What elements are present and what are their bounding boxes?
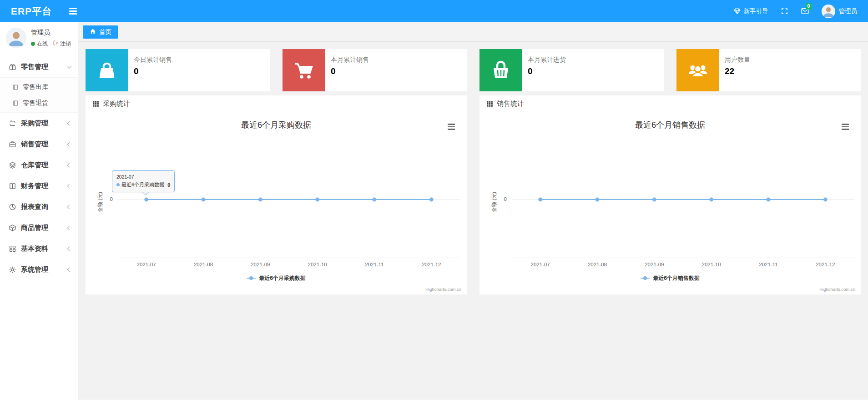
- sidebar-item-label: 零售管理: [21, 63, 68, 71]
- briefcase-icon: [9, 140, 16, 148]
- online-status-dot: [31, 42, 35, 46]
- sidebar-item-sales[interactable]: 销售管理: [0, 134, 78, 155]
- sidebar-item-report[interactable]: 报表查询: [0, 196, 78, 217]
- x-axis-label: 2021-08: [178, 262, 228, 267]
- sidebar-item-label: 报表查询: [21, 203, 68, 211]
- gem-icon: [733, 7, 741, 15]
- legend[interactable]: 最近6个月采购数据: [86, 274, 467, 282]
- x-axis-label: 2021-12: [800, 262, 850, 267]
- data-point[interactable]: [595, 198, 600, 202]
- x-axis-label: 2021-07: [121, 262, 172, 267]
- sidebar-item-system[interactable]: 系统管理: [0, 259, 78, 280]
- message-count-badge: 0: [806, 3, 812, 10]
- sidebar-item-finance[interactable]: 财务管理: [0, 175, 78, 196]
- stat-cards-row: 今日累计销售0本月累计销售0本月累计进货0用户数量22: [86, 49, 861, 91]
- user-menu[interactable]: 管理员: [822, 5, 858, 18]
- chevron-left-icon: [67, 204, 72, 209]
- data-point[interactable]: [823, 198, 828, 202]
- data-point[interactable]: [144, 198, 148, 202]
- guide-label: 新手引导: [744, 7, 768, 15]
- home-icon: [90, 28, 96, 36]
- top-navbar: ERP平台 新手引导 0 管理员: [0, 0, 868, 22]
- plot-area[interactable]: [512, 112, 854, 262]
- main-area: 首页 今日累计销售0本月累计销售0本月累计进货0用户数量22 采购统计最近6个月…: [78, 22, 868, 404]
- panel-purchase-stats: 采购统计最近6个月采购数据0金额 (元)2021-072021-082021-0…: [86, 95, 467, 294]
- stat-card-label: 本月累计进货: [528, 56, 566, 64]
- sidebar-item-goods[interactable]: 商品管理: [0, 217, 78, 238]
- user-name: 管理员: [839, 7, 858, 15]
- sidebar-item-label: 仓库管理: [21, 161, 68, 170]
- series-line[interactable]: [512, 112, 854, 262]
- chart-sales-stats: 最近6个月销售数据0金额 (元)2021-072021-082021-09202…: [479, 112, 861, 294]
- chevron-down-icon: [67, 64, 72, 69]
- sidebar: 管理员 在线 注销 零售管理零售出库零售退货采购管理销售管理仓库管理财务管理报表…: [0, 22, 78, 404]
- tab-strip: 首页: [78, 22, 868, 42]
- stat-card-month-purchase: 本月累计进货0: [479, 49, 664, 91]
- x-axis-label: 2021-10: [686, 262, 737, 267]
- sidebar-item-warehouse[interactable]: 仓库管理: [0, 155, 78, 175]
- x-axis-label: 2021-09: [235, 262, 285, 267]
- x-axis-label: 2021-08: [572, 262, 622, 267]
- panel-title: 采购统计: [103, 100, 130, 108]
- panel-title: 销售统计: [497, 100, 524, 108]
- sidebar-item-label: 系统管理: [21, 265, 68, 274]
- menu-toggle-icon[interactable]: [69, 8, 77, 14]
- app-brand[interactable]: ERP平台: [11, 5, 52, 18]
- chevron-left-icon: [67, 184, 72, 188]
- chart-purchase-stats: 最近6个月采购数据0金额 (元)2021-072021-082021-09202…: [86, 112, 467, 294]
- clock-icon: [9, 203, 16, 211]
- chevron-left-icon: [67, 142, 72, 146]
- users-icon: [676, 49, 719, 91]
- sidebar-item-label: 采购管理: [21, 119, 68, 128]
- cart-icon: [283, 49, 325, 91]
- repeat-icon: [9, 120, 16, 127]
- grid-icon: [9, 245, 16, 253]
- data-point[interactable]: [709, 198, 713, 202]
- gift-icon: [9, 63, 16, 71]
- tab-home[interactable]: 首页: [83, 25, 118, 39]
- data-point[interactable]: [652, 198, 656, 202]
- guide-button[interactable]: 新手引导: [733, 7, 768, 15]
- sidebar-item-retail[interactable]: 零售管理: [0, 56, 78, 77]
- logout-button[interactable]: 注销: [53, 40, 71, 48]
- stat-card-today-sales: 今日累计销售0: [86, 49, 270, 91]
- highcharts-credit[interactable]: Highcharts.com.cn: [819, 287, 855, 292]
- data-point[interactable]: [315, 198, 319, 202]
- chevron-left-icon: [67, 225, 72, 230]
- sidebar-item-basic[interactable]: 基本资料: [0, 238, 78, 259]
- logout-icon: [53, 40, 59, 47]
- data-point[interactable]: [767, 198, 771, 202]
- stat-card-body: 本月累计进货0: [522, 49, 566, 91]
- legend[interactable]: 最近6个月销售数据: [479, 274, 861, 282]
- data-point[interactable]: [202, 198, 206, 202]
- series-dot-icon: [116, 183, 120, 186]
- book-icon: [9, 182, 16, 190]
- sidebar-item-retail-return[interactable]: 零售退货: [0, 95, 78, 111]
- panel-sales-stats: 销售统计最近6个月销售数据0金额 (元)2021-072021-082021-0…: [479, 95, 861, 294]
- data-point[interactable]: [538, 198, 542, 202]
- sidebar-item-label: 商品管理: [21, 224, 68, 232]
- messages-button[interactable]: 0: [801, 7, 809, 15]
- box-icon: [9, 224, 16, 232]
- sidebar-item-retail-out[interactable]: 零售出库: [0, 79, 78, 95]
- sidebar-item-purchase[interactable]: 采购管理: [0, 113, 78, 134]
- highcharts-credit[interactable]: Highcharts.com.cn: [425, 287, 461, 292]
- stat-card-label: 本月累计销售: [331, 56, 369, 64]
- chevron-left-icon: [67, 246, 72, 251]
- x-axis-label: 2021-07: [515, 262, 565, 267]
- stat-card-body: 本月累计销售0: [325, 49, 369, 91]
- y-axis-title: 金额 (元): [97, 180, 104, 225]
- legend-label: 最近6个月采购数据: [259, 274, 306, 282]
- legend-label: 最近6个月销售数据: [653, 274, 700, 282]
- stat-card-label: 用户数量: [725, 56, 750, 64]
- data-point[interactable]: [373, 198, 377, 202]
- file-icon: [12, 100, 19, 106]
- expand-icon: [781, 7, 788, 15]
- data-point[interactable]: [258, 198, 262, 202]
- fullscreen-button[interactable]: [781, 7, 788, 15]
- data-point[interactable]: [429, 198, 434, 202]
- online-status-label: 在线: [37, 40, 48, 48]
- tooltip-series-row: 最近6个月采购数据: 0: [116, 181, 170, 188]
- stat-card-month-sales: 本月累计销售0: [283, 49, 467, 91]
- tab-label: 首页: [99, 28, 111, 36]
